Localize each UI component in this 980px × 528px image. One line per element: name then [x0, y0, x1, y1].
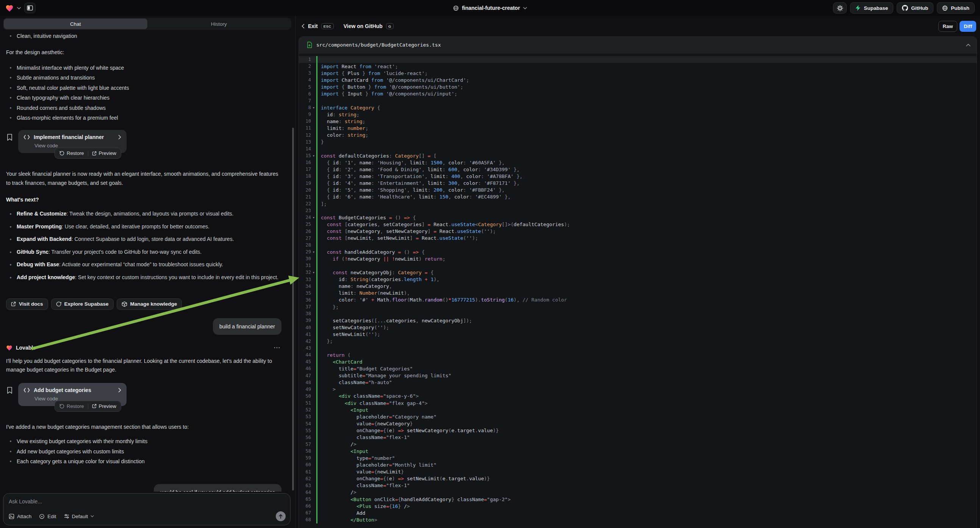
- whats-next-item: Debug with Ease: Activate our experiment…: [10, 260, 282, 269]
- knowledge-box-icon: [122, 302, 127, 307]
- chat-message-list[interactable]: Clean, intuitive navigation For the desi…: [0, 30, 291, 491]
- more-options-icon[interactable]: [274, 347, 280, 348]
- globe-icon: [453, 5, 459, 11]
- line-number: 3: [299, 70, 316, 76]
- line-number: 36: [299, 297, 316, 303]
- line-number: 15▾: [299, 153, 316, 158]
- preview-button[interactable]: Preview: [88, 403, 120, 409]
- arrow-up-icon: [278, 514, 283, 519]
- code-line: 39 setCategories([...categories, newCate…: [299, 317, 977, 324]
- manage-knowledge-button[interactable]: Manage knowledge: [117, 299, 182, 310]
- user-message: build a financial planner: [213, 318, 282, 335]
- tab-history[interactable]: History: [147, 19, 291, 29]
- code-line: 49 >: [299, 386, 977, 393]
- code-text: <Plus size={16} />: [317, 503, 410, 509]
- visit-docs-button[interactable]: Visit docs: [6, 299, 48, 310]
- bullet-item: Add new budget categories with custom li…: [10, 448, 282, 455]
- code-line: 3import { Plus } from 'lucide-react';: [299, 70, 977, 76]
- code-text: color: '#' + Math.floor(Math.random()*16…: [317, 297, 567, 303]
- suggestion-chips: Visit docs Explore Supabase Manage knowl…: [6, 299, 282, 310]
- bookmark-icon[interactable]: [7, 387, 13, 406]
- assistant-name: Lovable: [16, 345, 36, 351]
- main-split: Chat History Clean, intuitive navigation…: [0, 16, 980, 528]
- user-message: would be cool if you could add budget ca…: [154, 484, 282, 491]
- restore-button[interactable]: Restore: [56, 403, 88, 409]
- preview-button[interactable]: Preview: [88, 150, 120, 156]
- bullet-text: Soft, neutral color palette with light b…: [17, 85, 129, 91]
- code-line: 67 Add: [299, 509, 977, 516]
- settings-gear-button[interactable]: [833, 2, 846, 14]
- code-line: 22];: [299, 200, 977, 207]
- publish-button[interactable]: Publish: [937, 2, 975, 14]
- code-line: 60 placeholder="Monthly limit": [299, 461, 977, 468]
- collapse-chevron-up-icon[interactable]: [966, 44, 970, 46]
- code-line: 46 title="Budget Categories": [299, 365, 977, 372]
- edit-button[interactable]: Edit: [39, 514, 56, 519]
- code-line: 16 { id: '1', name: 'Housing', limit: 15…: [299, 159, 977, 166]
- code-editor[interactable]: 12import React from 'react';3import { Pl…: [299, 53, 977, 528]
- tab-chat[interactable]: Chat: [4, 19, 147, 29]
- bullet-dot: [10, 461, 11, 462]
- budget-card-title: Add budget categories: [34, 387, 91, 393]
- lovable-logo-heart-icon[interactable]: [5, 4, 14, 12]
- raw-toggle-button[interactable]: Raw: [938, 21, 958, 32]
- fold-chevron-icon[interactable]: ▾: [311, 271, 316, 274]
- supabase-button[interactable]: Supabase: [850, 2, 893, 14]
- send-button[interactable]: [276, 511, 286, 521]
- code-line: 19 { id: '4', name: 'Entertainment', lim…: [299, 180, 977, 187]
- bookmark-icon[interactable]: [7, 134, 13, 153]
- composer-input[interactable]: Ask Lovable...: [9, 498, 285, 504]
- diff-added-gutter: [316, 97, 317, 104]
- whats-next-text: Debug with Ease: Activate our experiment…: [17, 260, 223, 269]
- mode-selector[interactable]: Default: [64, 514, 94, 519]
- sidebar-toggle-button[interactable]: [24, 3, 36, 13]
- line-number: 40: [299, 325, 316, 330]
- fold-chevron-icon[interactable]: ▾: [311, 154, 316, 157]
- attach-image-icon: [9, 514, 14, 519]
- budget-card-header[interactable]: Add budget categories: [24, 387, 121, 393]
- bullet-text: Minimalist interface with plenty of whit…: [17, 65, 124, 71]
- logo-chevron-down-icon[interactable]: [17, 7, 21, 10]
- explore-supabase-button[interactable]: Explore Supabase: [51, 299, 114, 310]
- fold-chevron-icon[interactable]: ▾: [311, 216, 316, 219]
- chat-scrollbar[interactable]: [292, 128, 294, 490]
- exit-button[interactable]: Exit ESC: [302, 23, 334, 29]
- line-number: 19: [299, 181, 316, 186]
- code-icon: [24, 388, 30, 393]
- restore-preview-pill: Restore Preview: [54, 148, 121, 159]
- code-text: { id: '2', name: 'Food & Dining', limit:…: [317, 167, 519, 172]
- code-line: 50 <div className="space-y-6">: [299, 393, 977, 399]
- supabase-bolt-icon: [855, 5, 861, 11]
- line-number: 49: [299, 387, 316, 392]
- code-line: 10 name: string;: [299, 118, 977, 125]
- line-number: 13: [299, 139, 316, 145]
- code-text: if (!newCategory || !newLimit) return;: [317, 256, 445, 262]
- implement-card-header[interactable]: Implement financial planner: [24, 134, 121, 140]
- diff-toggle-button[interactable]: Diff: [959, 21, 976, 32]
- github-button[interactable]: GitHub: [897, 2, 934, 14]
- line-number: 53: [299, 414, 316, 419]
- view-on-github-button[interactable]: View on GitHub G: [344, 23, 394, 29]
- code-text: onChange={(e) => setNewLimit(e.target.va…: [317, 476, 490, 482]
- assistant-ready-text: Your sleek financial planner is now read…: [6, 170, 282, 188]
- line-number: 58: [299, 448, 316, 454]
- code-text: { id: '4', name: 'Entertainment', limit:…: [317, 180, 519, 186]
- line-number: 48: [299, 380, 316, 385]
- code-line: 25 const [categories, setCategories] = R…: [299, 221, 977, 227]
- code-line: 31: [299, 262, 977, 269]
- line-number: 9: [299, 112, 316, 117]
- bullet-dot: [10, 277, 11, 278]
- assistant-header: Lovable: [6, 345, 282, 351]
- bullet-text: Rounded corners and subtle shadows: [17, 105, 106, 111]
- restore-button[interactable]: Restore: [56, 150, 88, 156]
- fold-chevron-icon[interactable]: ▾: [311, 106, 316, 110]
- code-line: 35 limit: Number(newLimit),: [299, 290, 977, 297]
- line-number: 10: [299, 119, 316, 124]
- code-text: onChange={(e) => setNewCategory(e.target…: [317, 428, 499, 433]
- external-link-icon: [92, 404, 97, 408]
- file-header[interactable]: src/components/budget/BudgetCategories.t…: [299, 37, 977, 53]
- line-number: 56: [299, 435, 316, 440]
- fold-chevron-icon[interactable]: ▾: [311, 250, 316, 254]
- line-number: 23: [299, 208, 316, 213]
- attach-button[interactable]: Attach: [9, 514, 32, 519]
